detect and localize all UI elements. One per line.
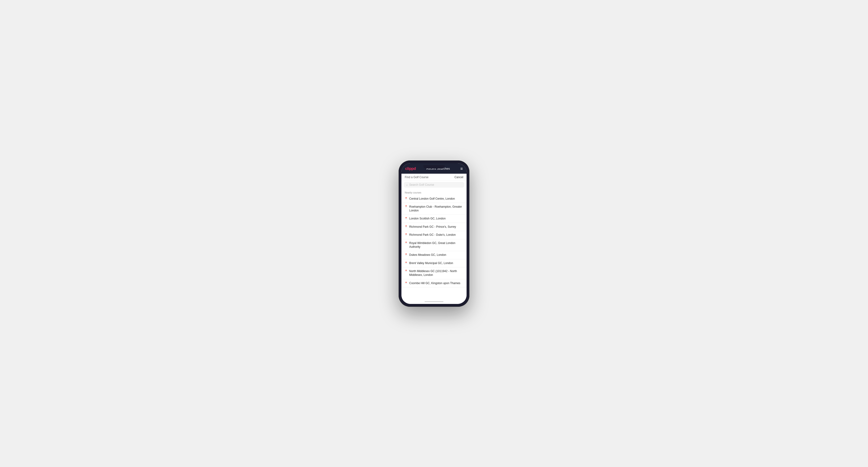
course-name: Coombe Hill GC, Kingston upon Thames xyxy=(409,282,460,285)
search-bar-wrap: ⌕ Search Golf Course xyxy=(401,181,467,189)
course-item[interactable]: 📍Central London Golf Centre, London xyxy=(401,195,467,203)
location-pin-icon: 📍 xyxy=(405,205,407,208)
course-item[interactable]: 📍Royal Wimbledon GC, Great London Author… xyxy=(401,239,467,251)
app-logo: clippd xyxy=(405,166,416,171)
location-pin-icon: 📍 xyxy=(405,234,407,236)
search-input[interactable]: Search Golf Course xyxy=(409,183,434,186)
course-item[interactable]: 📍Roehampton Club - Roehampton, Greater L… xyxy=(401,203,467,215)
course-name: Richmond Park GC - Prince's, Surrey xyxy=(409,225,456,229)
course-name: Richmond Park GC - Duke's, London xyxy=(409,233,456,237)
location-pin-icon: 📍 xyxy=(405,282,407,284)
course-item[interactable]: 📍Richmond Park GC - Prince's, Surrey xyxy=(401,223,467,231)
course-name: London Scottish GC, London xyxy=(409,217,445,221)
find-label: Find a Golf Course xyxy=(405,176,429,179)
location-pin-icon: 📍 xyxy=(405,270,407,272)
courses-section: Nearby courses 📍Central London Golf Cent… xyxy=(401,189,467,297)
search-bar[interactable]: ⌕ Search Golf Course xyxy=(404,182,464,188)
nearby-label: Nearby courses xyxy=(401,189,467,195)
course-item[interactable]: 📍North Middlesex GC (1011942 - North Mid… xyxy=(401,268,467,279)
location-pin-icon: 📍 xyxy=(405,253,407,256)
course-name: Brent Valley Municipal GC, London xyxy=(409,261,453,265)
course-name: North Middlesex GC (1011942 - North Midd… xyxy=(409,270,463,277)
phone-screen: clippd Recent Searches ≡ Find a Golf Cou… xyxy=(401,163,467,304)
cancel-button[interactable]: Cancel xyxy=(455,176,463,179)
course-item[interactable]: 📍Coombe Hill GC, Kingston upon Thames xyxy=(401,279,467,288)
course-item[interactable]: 📍London Scottish GC, London xyxy=(401,215,467,223)
search-header: Find a Golf Course Cancel xyxy=(401,174,467,181)
location-pin-icon: 📍 xyxy=(405,242,407,244)
home-bar xyxy=(425,301,443,302)
course-name: Central London Golf Centre, London xyxy=(409,197,455,201)
search-icon: ⌕ xyxy=(406,183,408,186)
course-name: Dukes Meadows GC, London xyxy=(409,253,446,257)
location-pin-icon: 📍 xyxy=(405,217,407,219)
course-list: 📍Central London Golf Centre, London📍Roeh… xyxy=(401,195,467,288)
phone-notch xyxy=(423,165,445,168)
course-item[interactable]: 📍Richmond Park GC - Duke's, London xyxy=(401,231,467,239)
course-name: Royal Wimbledon GC, Great London Authori… xyxy=(409,241,463,249)
course-item[interactable]: 📍Dukes Meadows GC, London xyxy=(401,251,467,259)
app-header: clippd Recent Searches ≡ xyxy=(401,163,467,174)
course-name: Roehampton Club - Roehampton, Greater Lo… xyxy=(409,205,463,212)
location-pin-icon: 📍 xyxy=(405,262,407,264)
hamburger-icon[interactable]: ≡ xyxy=(460,166,463,171)
phone-frame: clippd Recent Searches ≡ Find a Golf Cou… xyxy=(399,160,469,307)
home-indicator xyxy=(401,297,467,304)
location-pin-icon: 📍 xyxy=(405,197,407,199)
course-item[interactable]: 📍Brent Valley Municipal GC, London xyxy=(401,259,467,268)
location-pin-icon: 📍 xyxy=(405,225,407,228)
